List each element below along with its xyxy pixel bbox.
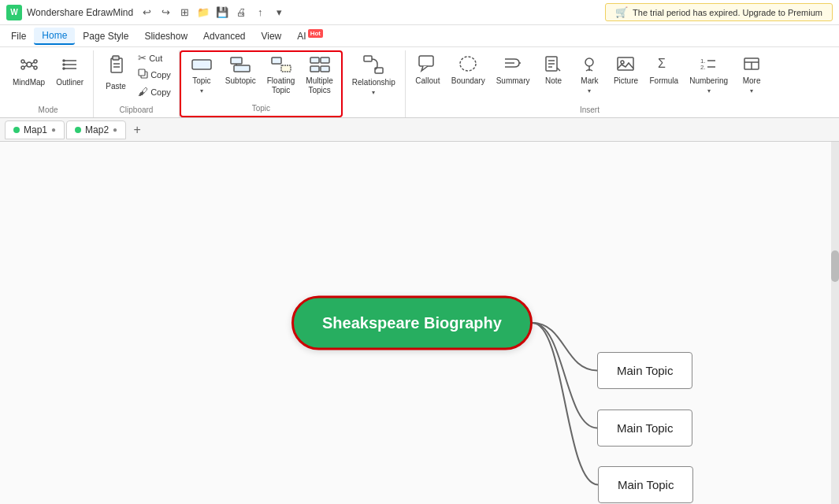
floating-topic-button[interactable]: Floating Topic	[262, 52, 300, 97]
cut-button[interactable]: ✂ Cut	[135, 50, 174, 65]
svg-point-1	[21, 60, 24, 63]
numbering-arrow: ▾	[707, 87, 711, 94]
canvas: Sheakspeare Biography Main Topic Main To…	[0, 142, 839, 504]
relationship-icon	[363, 55, 384, 76]
callout-icon	[418, 55, 437, 75]
topic-node-2[interactable]: Main Topic	[597, 410, 692, 447]
redo-button[interactable]: ↪	[157, 4, 174, 21]
relationship-button[interactable]: Relationship ▾	[347, 50, 400, 98]
svg-point-43	[585, 58, 593, 66]
menu-page-style[interactable]: Page Style	[75, 28, 136, 44]
topic-group-label: Topic	[184, 102, 338, 116]
topic-3-text: Main Topic	[618, 478, 674, 491]
note-button[interactable]: Note	[536, 50, 570, 87]
subtopic-icon	[230, 57, 251, 75]
menu-slideshow[interactable]: Slideshow	[136, 28, 195, 44]
note-icon	[544, 55, 562, 75]
topic-node-1[interactable]: Main Topic	[597, 352, 692, 389]
floating-topic-icon	[271, 57, 291, 75]
more-button[interactable]: More ▾	[734, 50, 769, 96]
tab-map2-close[interactable]: ●	[113, 125, 117, 134]
mindmap-label: MindMap	[13, 78, 45, 87]
trial-text: The trial period has expired. Upgrade to…	[633, 8, 822, 17]
ribbon-group-topic: Topic ▾ Subtopic	[180, 50, 343, 117]
clipboard-small-col: ✂ Cut Copy 🖌 Copy	[135, 50, 174, 99]
title-bar-left: W Wondershare EdrawMind ↩ ↪ ⊞ 📁 💾 🖨 ↑ ▾	[6, 4, 288, 21]
boundary-icon	[458, 55, 477, 75]
undo-button[interactable]: ↩	[138, 4, 155, 21]
outliner-label: Outliner	[56, 78, 84, 87]
ribbon-group-insert: Callout Boundary	[406, 50, 774, 117]
cart-icon: 🛒	[615, 6, 628, 18]
svg-point-12	[63, 60, 65, 61]
topic-label: Topic	[192, 76, 210, 86]
tab-map1-dot	[13, 127, 20, 133]
svg-rect-16	[113, 56, 119, 60]
outliner-icon	[61, 55, 80, 76]
copy-button[interactable]: Copy	[135, 67, 174, 83]
mode-group-label: Mode	[8, 104, 88, 117]
scrollbar-right[interactable]	[831, 142, 839, 504]
numbering-button[interactable]: 1. 2. Numbering ▾	[685, 50, 733, 96]
save-button[interactable]: 💾	[213, 4, 231, 21]
format-painter-label: Copy	[150, 87, 171, 97]
callout-button[interactable]: Callout	[410, 50, 445, 87]
new-tab-button[interactable]: ⊞	[176, 4, 193, 21]
menu-file[interactable]: File	[3, 28, 34, 44]
relationship-items: Relationship ▾	[347, 50, 400, 113]
open-button[interactable]: 📁	[195, 4, 212, 21]
tab-map2[interactable]: Map2 ●	[66, 120, 126, 139]
topic-button[interactable]: Topic ▾	[184, 52, 219, 96]
summary-button[interactable]: Summary	[492, 50, 535, 87]
svg-rect-23	[234, 65, 250, 72]
menu-home[interactable]: Home	[34, 28, 75, 45]
topic-items: Topic ▾ Subtopic	[184, 52, 338, 102]
menu-view[interactable]: View	[253, 28, 289, 44]
menu-ai[interactable]: AIHot	[289, 28, 331, 44]
mark-button[interactable]: Mark ▾	[572, 50, 607, 96]
tab-add-button[interactable]: +	[128, 120, 147, 139]
picture-button[interactable]: Picture	[608, 50, 643, 87]
central-node[interactable]: Sheakspeare Biography	[291, 296, 533, 350]
boundary-button[interactable]: Boundary	[447, 50, 490, 87]
paste-button[interactable]: Paste	[98, 50, 133, 99]
outliner-button[interactable]: Outliner	[51, 50, 88, 89]
clipboard-col: Paste ✂ Cut Copy	[98, 50, 174, 99]
svg-rect-22	[231, 57, 242, 64]
mark-label: Mark	[581, 76, 598, 86]
title-bar: W Wondershare EdrawMind ↩ ↪ ⊞ 📁 💾 🖨 ↑ ▾ …	[0, 0, 839, 25]
tab-map2-dot	[75, 127, 81, 133]
formula-button[interactable]: Σ Formula	[644, 50, 683, 87]
cut-label: Cut	[149, 54, 162, 63]
relationship-label: Relationship	[352, 78, 395, 87]
print-button[interactable]: 🖨	[232, 4, 250, 21]
multiple-topics-icon	[310, 57, 330, 75]
svg-point-4	[34, 66, 37, 69]
svg-rect-20	[139, 69, 145, 76]
svg-rect-25	[272, 57, 281, 64]
boundary-label: Boundary	[451, 76, 485, 86]
topic-2-text: Main Topic	[617, 421, 673, 435]
svg-line-8	[32, 65, 34, 67]
tab-map1[interactable]: Map1 ●	[5, 120, 65, 139]
relationship-arrow: ▾	[372, 89, 375, 96]
subtopic-button[interactable]: Subtopic	[221, 52, 261, 87]
topic-arrow: ▾	[200, 87, 203, 94]
topic-node-3[interactable]: Main Topic	[598, 466, 693, 503]
mode-items: MindMap Outliner	[8, 50, 88, 104]
svg-text:Σ: Σ	[658, 57, 666, 70]
tab-map1-close[interactable]: ●	[51, 125, 56, 134]
floating-topic-label: Floating Topic	[267, 76, 295, 95]
mark-icon	[581, 55, 598, 75]
menu-advanced[interactable]: Advanced	[195, 28, 253, 44]
relationship-group-label	[347, 113, 400, 117]
trial-banner[interactable]: 🛒 The trial period has expired. Upgrade …	[605, 3, 833, 21]
mindmap-button[interactable]: MindMap	[8, 50, 50, 89]
more-options-button[interactable]: ▾	[270, 4, 288, 21]
picture-label: Picture	[614, 76, 638, 86]
multiple-topics-label: Multiple Topics	[306, 76, 332, 95]
format-painter-button[interactable]: 🖌 Copy	[135, 84, 174, 99]
multiple-topics-button[interactable]: Multiple Topics	[301, 52, 337, 97]
share-button[interactable]: ↑	[251, 4, 269, 21]
subtopic-label: Subtopic	[225, 76, 256, 86]
